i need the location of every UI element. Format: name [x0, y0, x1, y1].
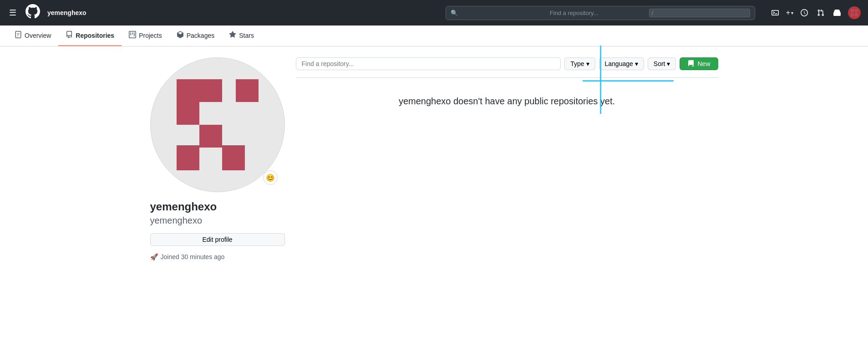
repositories-section: Type ▾ Language ▾ Sort ▾ New yemenghexo …: [296, 57, 718, 260]
repos-divider: [296, 77, 718, 78]
stars-icon: [229, 31, 236, 40]
tab-repositories-label: Repositories: [76, 32, 114, 39]
new-repo-label: New: [697, 60, 710, 67]
svg-rect-8: [199, 125, 222, 148]
svg-rect-1: [855, 9, 858, 12]
language-filter-button[interactable]: Language ▾: [599, 57, 644, 70]
search-icon: 🔍: [451, 10, 546, 16]
new-repo-button[interactable]: New: [680, 57, 718, 70]
svg-rect-5: [199, 79, 222, 102]
tab-packages-label: Packages: [187, 32, 214, 39]
avatar-container: 😊: [150, 57, 285, 192]
packages-icon: [177, 31, 184, 40]
profile-username: yemenghexo: [150, 215, 285, 226]
timer-button[interactable]: [799, 7, 810, 18]
svg-rect-6: [236, 79, 259, 102]
svg-rect-10: [222, 145, 245, 170]
language-label: Language: [605, 60, 633, 67]
tab-overview-label: Overview: [25, 32, 51, 39]
tab-stars-label: Stars: [239, 32, 254, 39]
type-filter-button[interactable]: Type ▾: [564, 57, 595, 70]
profile-sidebar: 😊 yemenghexo yemenghexo Edit profile 🚀 J…: [150, 57, 285, 260]
svg-rect-7: [177, 102, 199, 125]
user-avatar-header[interactable]: [848, 6, 861, 19]
sort-filter-button[interactable]: Sort ▾: [648, 57, 676, 70]
type-label: Type: [570, 60, 584, 67]
svg-rect-4: [177, 79, 199, 102]
terminal-button[interactable]: [770, 7, 781, 18]
language-chevron-icon: ▾: [635, 60, 638, 67]
edit-profile-button[interactable]: Edit profile: [150, 233, 285, 246]
tab-projects[interactable]: Projects: [122, 26, 169, 46]
profile-display-name: yemenghexo: [150, 199, 285, 214]
tab-overview[interactable]: Overview: [7, 26, 58, 46]
svg-rect-9: [177, 145, 199, 170]
search-slash-key: /: [649, 9, 750, 17]
overview-icon: [15, 31, 22, 40]
sort-chevron-icon: ▾: [667, 60, 670, 67]
github-logo: [25, 4, 40, 21]
tab-packages[interactable]: Packages: [169, 26, 222, 46]
projects-icon: [129, 31, 136, 40]
user-avatar: [150, 57, 285, 192]
repositories-icon: [66, 31, 73, 40]
search-bar[interactable]: 🔍 Find a repository... /: [446, 6, 755, 20]
tab-repositories[interactable]: Repositories: [58, 26, 122, 46]
hamburger-menu[interactable]: ☰: [7, 6, 18, 20]
type-chevron-icon: ▾: [586, 60, 589, 67]
header-username: yemenghexo: [47, 9, 86, 16]
tab-projects-label: Projects: [139, 32, 162, 39]
plus-icon: +: [786, 9, 790, 17]
sort-label: Sort: [654, 60, 665, 67]
rocket-icon: 🚀: [150, 253, 158, 260]
add-new-button[interactable]: + ▾: [786, 9, 793, 17]
repos-toolbar: Type ▾ Language ▾ Sort ▾ New: [296, 57, 718, 70]
pull-requests-button[interactable]: [815, 7, 826, 18]
repo-search-input[interactable]: [296, 57, 561, 70]
svg-rect-2: [851, 13, 854, 16]
avatar-edit-button[interactable]: 😊: [263, 170, 278, 185]
tab-stars[interactable]: Stars: [222, 26, 261, 46]
svg-rect-0: [851, 9, 854, 12]
empty-repos-message: yemenghexo doesn't have any public repos…: [296, 96, 718, 107]
search-placeholder: Find a repository...: [550, 10, 645, 16]
profile-nav: Overview Repositories Projects Packages …: [0, 26, 868, 46]
joined-text: Joined 30 minutes ago: [161, 253, 225, 260]
chevron-icon: ▾: [791, 10, 793, 15]
svg-rect-3: [855, 13, 858, 16]
inbox-button[interactable]: [832, 7, 843, 18]
